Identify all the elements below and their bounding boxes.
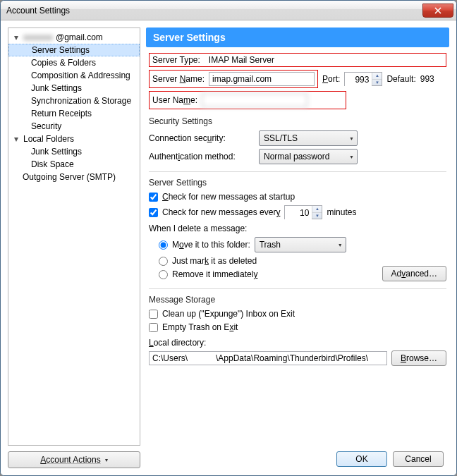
account-tree[interactable]: ▾ xxxxxxx@gmail.com Server Settings Copi… (8, 28, 140, 446)
chevron-down-icon: ▼ (338, 243, 343, 248)
interval-spinner[interactable]: ▲▼ (284, 205, 322, 219)
default-port-label: Default: (386, 74, 415, 84)
message-storage-heading: Message Storage (149, 295, 446, 305)
server-settings-heading: Server Settings (149, 178, 446, 188)
titlebar[interactable]: Account Settings (1, 1, 456, 20)
tree-sync-storage[interactable]: Synchronization & Storage (8, 94, 140, 107)
remove-immediately-label: Remove it immediately (172, 269, 257, 279)
local-dir-input[interactable] (149, 351, 387, 365)
server-name-input[interactable] (209, 72, 315, 86)
tree-junk-settings[interactable]: Junk Settings (8, 82, 140, 94)
tree-server-settings[interactable]: Server Settings (8, 44, 140, 56)
connection-security-label: Connection security: (149, 133, 255, 143)
auth-method-select[interactable]: Normal password ▼ (259, 149, 358, 164)
mark-deleted-label: Just mark it as deleted (172, 256, 257, 266)
tree-copies-folders[interactable]: Copies & Folders (8, 56, 140, 69)
port-input[interactable] (345, 73, 372, 87)
tree-local-diskspace[interactable]: Disk Space (8, 158, 140, 171)
move-folder-radio[interactable] (159, 240, 168, 250)
auth-method-label: Authentication method: (149, 152, 255, 161)
check-interval-label-prefix: Check for new messages every (162, 207, 280, 217)
interval-input[interactable] (285, 206, 312, 220)
chevron-up-icon[interactable]: ▲ (312, 206, 322, 213)
account-actions-label: Account Actions (40, 455, 100, 465)
connection-security-select[interactable]: SSL/TLS ▼ (259, 130, 358, 146)
chevron-up-icon[interactable]: ▲ (372, 73, 382, 80)
move-folder-label: Move it to this folder: (172, 240, 250, 250)
server-type-row: Server Type: IMAP Mail Server (149, 53, 446, 67)
account-email-user: xxxxxxx (23, 32, 53, 42)
chevron-down-icon: ▾ (105, 457, 108, 463)
tree-local-junk[interactable]: Junk Settings (8, 145, 140, 158)
check-startup-label: Check for new messages at startup (162, 192, 295, 202)
account-actions-button[interactable]: Account Actions ▾ (8, 451, 140, 468)
close-button[interactable] (422, 4, 453, 18)
chevron-down-icon[interactable]: ▼ (372, 80, 382, 86)
port-spinner[interactable]: ▲▼ (344, 72, 382, 86)
server-name-label: Server Name: (152, 74, 205, 84)
expunge-label: Clean up ("Expunge") Inbox on Exit (162, 309, 295, 319)
server-type-value: IMAP Mail Server (209, 55, 274, 65)
tree-composition-addressing[interactable]: Composition & Addressing (8, 69, 140, 82)
spinner-arrows[interactable]: ▲▼ (312, 206, 322, 219)
cancel-button[interactable]: Cancel (393, 451, 444, 467)
server-type-label: Server Type: (152, 55, 200, 65)
trash-folder-select[interactable]: Trash ▼ (255, 237, 346, 252)
close-icon (434, 7, 441, 14)
server-settings-panel: Server Settings Server Type: IMAP Mail S… (146, 28, 449, 468)
port-label: Port: (322, 74, 340, 84)
chevron-down-icon: ▼ (349, 136, 354, 141)
user-name-input[interactable] (202, 93, 307, 107)
account-settings-window: Account Settings ▾ xxxxxxx@gmail.com Ser… (0, 0, 457, 476)
chevron-down-icon[interactable]: ▼ (312, 213, 322, 219)
check-interval-checkbox[interactable] (149, 208, 158, 217)
tree-outgoing-smtp[interactable]: Outgoing Server (SMTP) (8, 171, 140, 183)
when-delete-label: When I delete a message: (149, 224, 446, 233)
spinner-arrows[interactable]: ▲▼ (372, 73, 382, 85)
local-dir-label: Local directory: (149, 338, 446, 348)
empty-trash-checkbox[interactable] (149, 323, 158, 332)
check-interval-label-suffix: minutes (327, 207, 356, 217)
mark-deleted-radio[interactable] (159, 257, 168, 266)
browse-button[interactable]: Browse… (391, 350, 446, 366)
window-title: Account Settings (6, 6, 70, 16)
twisty-down-icon: ▾ (14, 134, 20, 144)
tree-account-root[interactable]: ▾ xxxxxxx@gmail.com (8, 31, 140, 44)
ok-button[interactable]: OK (336, 451, 387, 467)
default-port-value: 993 (420, 74, 434, 84)
expunge-checkbox[interactable] (149, 310, 158, 319)
dialog-buttons: OK Cancel (336, 451, 444, 467)
empty-trash-label: Empty Trash on Exit (162, 322, 238, 332)
panel-title: Server Settings (146, 28, 449, 47)
tree-local-folders-root[interactable]: ▾ Local Folders (8, 133, 140, 145)
check-startup-checkbox[interactable] (149, 193, 158, 202)
chevron-down-icon: ▼ (349, 154, 354, 159)
user-name-label: User Name: (152, 95, 197, 105)
tree-return-receipts[interactable]: Return Receipts (8, 107, 140, 120)
security-settings-heading: Security Settings (149, 116, 446, 126)
account-email-suffix: @gmail.com (56, 32, 103, 42)
tree-security[interactable]: Security (8, 120, 140, 133)
twisty-down-icon: ▾ (14, 32, 20, 42)
remove-immediately-radio[interactable] (159, 270, 168, 279)
sidebar: ▾ xxxxxxx@gmail.com Server Settings Copi… (8, 28, 140, 468)
advanced-button[interactable]: Advanced… (382, 266, 446, 281)
